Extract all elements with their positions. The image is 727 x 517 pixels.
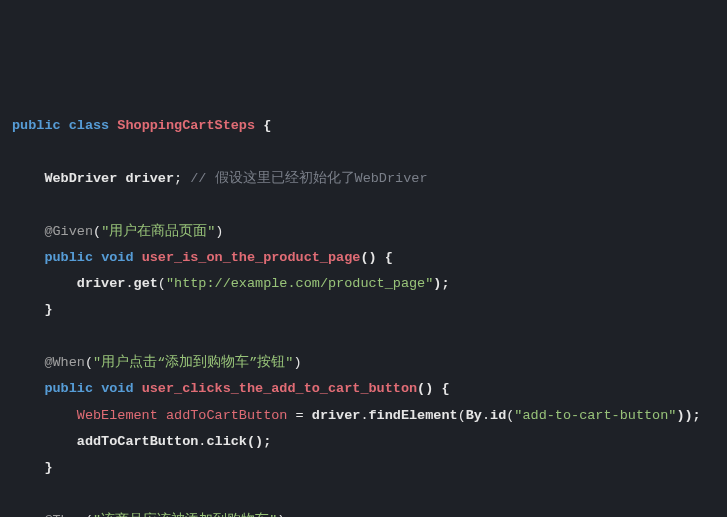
paren-open: ( <box>93 224 101 239</box>
paren-open: ( <box>158 276 166 291</box>
obj-addtocart: addToCartButton <box>77 434 199 449</box>
brace-close: } <box>44 302 52 317</box>
string-addtocart-id: "add-to-cart-button" <box>514 408 676 423</box>
annotation-given: @Given <box>44 224 93 239</box>
dot: . <box>125 276 133 291</box>
close: )); <box>676 408 700 423</box>
keyword-public: public <box>12 118 61 133</box>
string-then: "该商品应该被添加到购物车" <box>93 513 277 517</box>
call-close: (); <box>247 434 271 449</box>
type-webdriver: WebDriver <box>44 171 117 186</box>
method-click: click <box>206 434 247 449</box>
parens: () <box>360 250 376 265</box>
obj-driver: driver <box>77 276 126 291</box>
parens: () <box>417 381 433 396</box>
class-by: By <box>466 408 482 423</box>
string-given: "用户在商品页面" <box>101 224 215 239</box>
keyword-void: void <box>101 250 133 265</box>
keyword-class: class <box>69 118 110 133</box>
annotation-when: @When <box>44 355 85 370</box>
var-driver: driver <box>125 171 174 186</box>
annotation-then: @Then <box>44 513 85 517</box>
equals: = <box>287 408 311 423</box>
keyword-void: void <box>101 381 133 396</box>
obj-driver: driver <box>312 408 361 423</box>
method-findelement: findElement <box>369 408 458 423</box>
brace-close: } <box>44 460 52 475</box>
class-name: ShoppingCartSteps <box>117 118 255 133</box>
method-name-given: user_is_on_the_product_page <box>142 250 361 265</box>
code-block: public class ShoppingCartSteps { WebDriv… <box>12 113 715 517</box>
brace-open: { <box>385 250 393 265</box>
paren-open: ( <box>458 408 466 423</box>
paren-open: ( <box>85 355 93 370</box>
paren-open: ( <box>85 513 93 517</box>
var-addtocart: addToCartButton <box>166 408 288 423</box>
close: ); <box>433 276 449 291</box>
dot: . <box>482 408 490 423</box>
keyword-public: public <box>44 250 93 265</box>
string-url: "http://example.com/product_page" <box>166 276 433 291</box>
string-when: "用户点击“添加到购物车”按钮" <box>93 355 293 370</box>
semicolon: ; <box>174 171 182 186</box>
paren-close: ) <box>277 513 285 517</box>
brace-open: { <box>441 381 449 396</box>
paren-close: ) <box>215 224 223 239</box>
paren-close: ) <box>293 355 301 370</box>
brace-open: { <box>263 118 271 133</box>
dot: . <box>360 408 368 423</box>
keyword-public: public <box>44 381 93 396</box>
type-webelement: WebElement <box>77 408 158 423</box>
method-name-when: user_clicks_the_add_to_cart_button <box>142 381 417 396</box>
method-get: get <box>134 276 158 291</box>
method-id: id <box>490 408 506 423</box>
comment-init: // 假设这里已经初始化了WebDriver <box>190 171 427 186</box>
